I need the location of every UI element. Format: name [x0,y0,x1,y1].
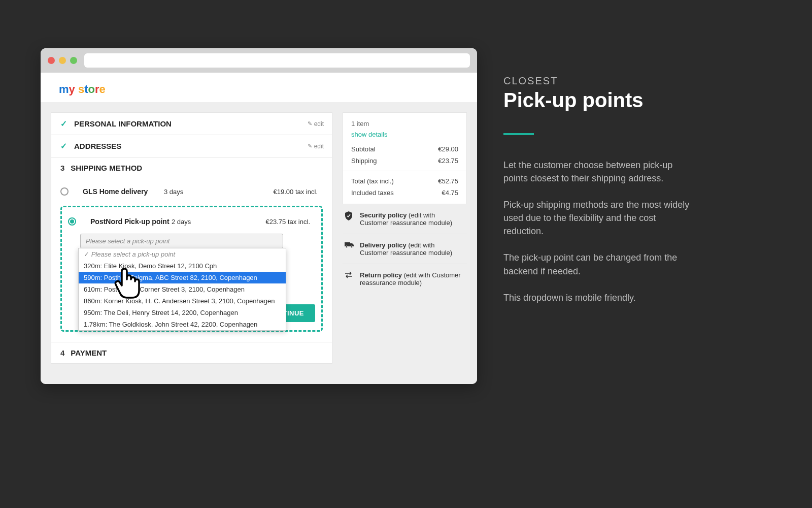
step-number: 3 [60,164,64,172]
svg-rect-0 [345,242,350,246]
dropdown-selected[interactable]: Please select a pick-up point [80,234,283,248]
url-bar[interactable] [84,53,470,68]
check-icon: ✓ [60,119,67,129]
shipping-name: PostNord Pick-up point [90,217,172,226]
store-logo[interactable]: my store [59,83,459,96]
policy-text: Return policy (edit with Customer reassu… [360,271,465,287]
shipping-price: €19.00 tax incl. [274,188,323,196]
policy-security: Security policy (edit with Customer reas… [343,204,467,234]
maximize-window-icon[interactable] [70,57,77,64]
shipping-option-postnord[interactable]: PostNord Pick-up point 2 days €23.75 tax… [68,212,315,231]
step-number: 4 [60,348,64,357]
check-icon: ✓ [60,141,67,151]
step-personal-information: ✓ PERSONAL INFORMATION ✎ edit [51,112,332,135]
subtotal-label: Subtotal [351,145,376,153]
shipping-option-gls[interactable]: GLS Home delivery 3 days €19.00 tax incl… [60,182,323,201]
shipping-days: 2 days [172,218,232,226]
accent-bar [503,133,534,135]
step-title: PERSONAL INFORMATION [74,119,172,128]
policy-text: Delivery policy (edit with Customer reas… [360,241,465,257]
shipping-days: 3 days [164,188,225,196]
shipping-label: Shipping [351,157,377,165]
dropdown-item[interactable]: 320m: Elite Kiosk, Demo Street 12, 2100 … [79,260,286,272]
checkout-content: ✓ PERSONAL INFORMATION ✎ edit ✓ ADDRESSE… [41,102,477,384]
pencil-icon: ✎ [308,120,312,127]
dropdown-item[interactable]: 610m: Post Office, Corner Street 3, 2100… [79,283,286,295]
marketing-paragraph: Let the customer choose between pick-up … [503,158,696,185]
step-payment: 4 PAYMENT [51,342,332,364]
edit-personal-link[interactable]: ✎ edit [308,120,324,128]
truck-icon [345,241,354,250]
minimize-window-icon[interactable] [59,57,66,64]
dropdown-item[interactable]: Please select a pick-up point [79,248,286,260]
step-title: ADDRESSES [74,142,121,150]
pickup-highlight-box: PostNord Pick-up point 2 days €23.75 tax… [60,206,323,332]
dropdown-list: Please select a pick-up point 320m: Elit… [78,248,286,331]
dropdown-item[interactable]: 860m: Korner Kiosk, H. C. Andersen Stree… [79,295,286,307]
marketing-title: Pick-up points [503,89,696,112]
shipping-price: €23.75 tax incl. [266,218,315,226]
shipping-name: GLS Home delivery [83,187,164,196]
store-header: my store [41,73,477,102]
browser-window: my store ✓ PERSONAL INFORMATION ✎ edit ✓… [41,48,477,384]
pickup-dropdown[interactable]: Please select a pick-up point Please sel… [80,234,315,248]
order-sidebar: 1 item show details Subtotal €29.00 Ship… [343,112,467,364]
svg-point-1 [346,246,348,248]
step-shipping-method: 3 SHIPPING METHOD GLS Home delivery 3 da… [51,157,332,342]
svg-point-2 [351,246,353,248]
swap-icon [345,271,354,280]
edit-label: edit [314,120,324,128]
step-title: PAYMENT [71,348,107,357]
tax-value: €4.75 [442,189,458,197]
policy-delivery: Delivery policy (edit with Customer reas… [343,234,467,264]
marketing-panel: CLOSEST Pick-up points Let the customer … [503,75,696,318]
dropdown-item[interactable]: 1.78km: The Goldkiosk, John Street 42, 2… [79,319,286,330]
show-details-link[interactable]: show details [351,131,458,138]
radio-unchecked-icon[interactable] [60,187,69,196]
step-addresses: ✓ ADDRESSES ✎ edit [51,135,332,157]
step-title: SHIPPING METHOD [71,164,142,172]
marketing-paragraph: This dropdown is mobile friendly. [503,291,696,304]
edit-addresses-link[interactable]: ✎ edit [308,143,324,150]
close-window-icon[interactable] [48,57,55,64]
shipping-value: €23.75 [438,157,458,165]
tax-label: Included taxes [351,189,394,197]
shield-icon [345,211,354,222]
edit-label: edit [314,143,324,150]
traffic-lights [48,57,77,64]
total-value: €52.75 [438,177,458,185]
marketing-paragraph: The pick-up point can be changed from th… [503,251,696,277]
dropdown-item[interactable]: 950m: The Deli, Henry Street 14, 2200, C… [79,307,286,319]
policy-return: Return policy (edit with Customer reassu… [343,264,467,294]
policy-text: Security policy (edit with Customer reas… [360,211,465,227]
total-label: Total (tax incl.) [351,177,394,185]
summary-item-count: 1 item [351,120,458,128]
order-summary-card: 1 item show details Subtotal €29.00 Ship… [343,112,467,204]
dropdown-item[interactable]: 590m: Posthus Enigma, ABC Street 82, 210… [79,272,286,283]
marketing-eyebrow: CLOSEST [503,75,696,87]
radio-checked-icon[interactable] [68,217,76,226]
browser-titlebar [41,48,477,73]
subtotal-value: €29.00 [438,145,458,153]
marketing-paragraph: Pick-up shipping methods are the most wi… [503,198,696,238]
checkout-steps: ✓ PERSONAL INFORMATION ✎ edit ✓ ADDRESSE… [51,112,332,364]
pencil-icon: ✎ [308,143,312,149]
